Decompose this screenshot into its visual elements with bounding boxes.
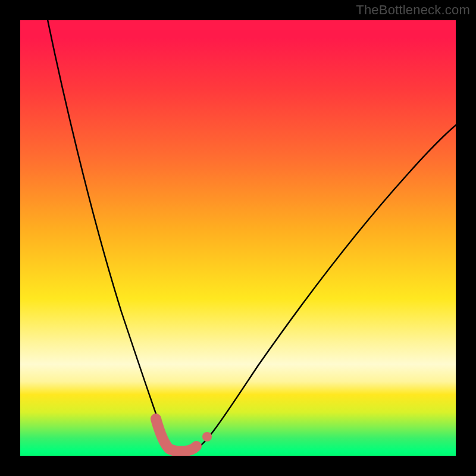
optimal-zone-dot (202, 432, 212, 441)
curve-layer (20, 20, 456, 456)
curve-left (43, 20, 176, 450)
chart-frame: TheBottleneck.com (0, 0, 476, 476)
optimal-zone-highlight (156, 419, 196, 452)
plot-area (20, 20, 456, 456)
watermark-label: TheBottleneck.com (356, 2, 470, 18)
curve-right (193, 121, 456, 450)
